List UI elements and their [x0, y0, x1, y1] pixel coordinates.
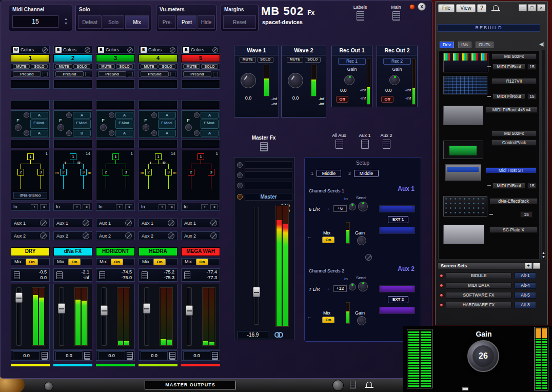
device-value[interactable]: 15: [520, 211, 533, 218]
master-knob[interactable]: [237, 194, 243, 200]
rebuild-button[interactable]: REBUILD: [438, 24, 540, 32]
vu-pre-button[interactable]: Pre.: [159, 15, 176, 29]
solo-mix-button[interactable]: Mix: [125, 15, 149, 29]
rec2-gain-knob[interactable]: [389, 75, 400, 85]
in-knob[interactable]: [349, 283, 356, 290]
document-icon[interactable]: [56, 271, 63, 279]
send-knob[interactable]: [358, 202, 368, 211]
presend-indicator[interactable]: [128, 72, 133, 76]
device-value[interactable]: 15: [527, 64, 537, 70]
scrollbar[interactable]: [541, 50, 546, 260]
tab-outs[interactable]: OUTs: [476, 42, 494, 48]
device-label[interactable]: MIDI FilRout 4x8 v4: [485, 107, 538, 113]
filter-knob[interactable]: [100, 124, 107, 131]
route-node-3[interactable]: 3: [123, 169, 129, 175]
document-icon[interactable]: [42, 352, 48, 360]
mix-on-toggle[interactable]: On: [68, 259, 81, 265]
amp-knob[interactable]: [151, 112, 157, 118]
amp-knob[interactable]: [194, 112, 200, 118]
device-thumbnail[interactable]: [443, 225, 484, 244]
solo-button[interactable]: SOLO: [201, 64, 218, 69]
rec1-button[interactable]: Rec 1: [338, 58, 366, 65]
insert-slot[interactable]: [245, 182, 292, 189]
insert-slot[interactable]: [53, 80, 92, 89]
route-node-1[interactable]: 1: [27, 153, 34, 160]
bell-icon[interactable]: [493, 5, 499, 10]
add-screen-set-button[interactable]: +: [525, 263, 532, 269]
route-node-2[interactable]: 2: [188, 169, 194, 175]
aux-bus-bar[interactable]: [379, 307, 415, 314]
fader-track[interactable]: [102, 287, 107, 346]
device-label[interactable]: ControlPack: [491, 140, 537, 146]
document-icon[interactable]: [84, 352, 90, 360]
insert-knob[interactable]: [237, 162, 243, 168]
trim-value[interactable]: +6: [333, 205, 347, 212]
amp-button[interactable]: B: [73, 130, 91, 136]
disable-icon[interactable]: [212, 47, 218, 53]
mute-button[interactable]: MUTE: [183, 64, 200, 69]
device-label[interactable]: R127VII: [491, 78, 537, 84]
amp-knob[interactable]: [151, 130, 157, 136]
speaker-icon[interactable]: ◀): [539, 42, 544, 47]
minimize-icon[interactable]: –: [519, 4, 527, 11]
insert-slot[interactable]: [11, 100, 50, 109]
insert-slot[interactable]: [139, 100, 178, 109]
color-mode-badge[interactable]: B: [183, 47, 189, 53]
fader-handle[interactable]: [186, 305, 193, 316]
insert-slot[interactable]: [139, 139, 178, 148]
vu-post-button[interactable]: Post: [177, 15, 196, 29]
all-aux-doc-icon[interactable]: [336, 140, 343, 149]
route-node-3[interactable]: 3: [165, 169, 172, 175]
presend-indicator[interactable]: [213, 72, 218, 76]
document-icon[interactable]: [14, 271, 20, 279]
screen-set-hardware-fx[interactable]: HARDWARE FX: [446, 302, 511, 308]
insert-slot[interactable]: [11, 80, 50, 89]
rec2-off-button[interactable]: Off: [381, 96, 393, 103]
mix-on-toggle[interactable]: On: [111, 259, 123, 265]
device-label[interactable]: MIDI FilRout: [492, 93, 525, 100]
channel-name[interactable]: HEDRA: [139, 247, 178, 256]
margins-reset-button[interactable]: Reset: [223, 15, 256, 29]
route-node-1[interactable]: 1: [112, 153, 119, 160]
insert-slot[interactable]: [181, 80, 220, 89]
main-doc-icon[interactable]: [392, 11, 400, 21]
device-value[interactable]: 15: [527, 93, 537, 100]
view-menu-button[interactable]: View: [456, 4, 476, 12]
document-icon[interactable]: [169, 352, 175, 360]
fmod-button[interactable]: F.Mod.: [158, 120, 176, 129]
filter-knob[interactable]: [15, 124, 22, 131]
device-label[interactable]: MIDI FilRout: [492, 183, 525, 189]
amp-button[interactable]: A: [115, 112, 133, 119]
fmod-button[interactable]: F.Mod.: [30, 120, 48, 129]
aux1-knob[interactable]: [40, 220, 47, 226]
route-node-3[interactable]: 3: [37, 169, 44, 175]
fader-track[interactable]: [59, 287, 64, 346]
in-knob[interactable]: [349, 203, 356, 210]
aux1-doc-icon[interactable]: [361, 140, 369, 149]
mix-on-toggle[interactable]: On: [153, 259, 166, 265]
presend-button[interactable]: PreSnd: [13, 71, 41, 77]
gain-knob[interactable]: [357, 316, 366, 325]
route-node-1[interactable]: 1: [198, 153, 204, 160]
mute-button[interactable]: MUTE: [287, 57, 303, 63]
amp-button[interactable]: A: [201, 112, 219, 119]
solo-defeat-button[interactable]: Defeat: [78, 15, 102, 29]
route-node-1[interactable]: 1: [70, 153, 76, 160]
presend-indicator[interactable]: [85, 72, 90, 76]
speaker-icon[interactable]: ◀: [125, 204, 132, 209]
route-node-3[interactable]: 3: [208, 169, 214, 175]
channel-number[interactable]: 2: [53, 54, 92, 62]
route-node-1[interactable]: 1: [155, 153, 162, 160]
insert-slot[interactable]: [139, 80, 178, 89]
amp-knob[interactable]: [24, 112, 29, 118]
insert-slot[interactable]: [96, 139, 135, 148]
device-label[interactable]: Midi Host ST: [485, 167, 537, 173]
mix-on-toggle[interactable]: On: [322, 317, 334, 323]
fmod-button[interactable]: F.Mod.: [201, 120, 219, 129]
stereo-link-icon[interactable]: [274, 332, 283, 338]
speaker-icon[interactable]: ◀: [40, 204, 47, 209]
solo-button[interactable]: SOLO: [159, 64, 175, 69]
master-outputs-label[interactable]: MASTER OUTPUTS: [145, 381, 236, 389]
insert-slot[interactable]: [181, 139, 220, 148]
amp-knob[interactable]: [66, 112, 72, 118]
